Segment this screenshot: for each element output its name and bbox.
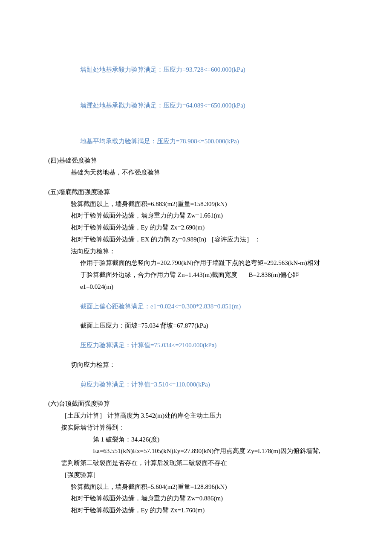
spacer <box>48 390 358 398</box>
section-5-title: (五)墙底截面强度验算 <box>48 186 358 198</box>
s6-line: Ea=63.551(kN)Ex=57.105(kN)Ey=27.890(kN)作… <box>93 445 358 457</box>
spacer <box>48 371 358 379</box>
s5-line: 相对于验算截面外边缘，Ey 的力臂 Zx=2.690(m) <box>71 222 358 234</box>
s5-check-shear: 剪应力验算满足：计算值=3.510<=110.000(kPa) <box>80 379 358 391</box>
s5-line: e1=0.024(m) <box>80 281 358 293</box>
spacer <box>48 147 358 155</box>
s5-line: 截面上压应力：面坡=75.034 背坡=67.877(kPa) <box>80 320 358 332</box>
s5-line: 相对于验算截面外边缘，EX 的力鹘 Zy=0.989(In) ［容许应力法］ ： <box>71 234 358 246</box>
s5-line: 验算截面以上，墙身截面积=6.883(m2)重量=158.309(kN) <box>71 198 358 210</box>
s4-line: 基础为天然地基，不作强度验算 <box>71 167 358 179</box>
check-avg: 地基平均承载力验算满足：压应力=78.908<=500.000(kPa) <box>80 136 358 148</box>
s5-line: 作用于验算截面的总竖向力=202.790(kN)作用于墙趾下点的总弯矩=292.… <box>80 257 358 269</box>
document-page: 墙趾处地基承毅力验算满足：压应力=93.728<=600.000(kPa) 墙踵… <box>48 64 358 517</box>
section-4-title: (四)基础强度验算 <box>48 155 358 167</box>
spacer <box>48 112 358 136</box>
s6-line: 按实际墙背计算得到： <box>61 422 358 434</box>
check-heel: 墙踵处地基承戳力验算满足：压应力=64.089<=650.000(kPa) <box>80 100 358 112</box>
s6-line: 相对于验算截面外边缘，Ey 的力臂 Zx=1.760(m) <box>71 505 358 517</box>
s5-line: 相对于验算截面外边缘，墙身重力的力臂 Zw=1.661(m) <box>71 210 358 222</box>
spacer <box>48 76 358 100</box>
spacer <box>48 179 358 186</box>
spacer <box>48 332 358 340</box>
spacer <box>48 312 358 320</box>
spacer <box>48 293 358 301</box>
s6-line: ［土压力计算］ 计算高度为 3.542(m)处的库仑主动土压力 <box>61 410 358 422</box>
s6-line: 相对于验算截面外边缘，墙身重力的力臂 Zw=0.886(m) <box>71 493 358 505</box>
spacer <box>48 352 358 359</box>
s5-line: 法向应力检算： <box>71 246 358 258</box>
s6-line: 第 1 破裂角：34.426(度) <box>93 434 358 446</box>
s5-line: 切向应力检算： <box>71 359 358 371</box>
section-6-title: (六)台顶截面强度验算 <box>48 398 358 410</box>
check-toe: 墙趾处地基承毅力验算满足：压应力=93.728<=600.000(kPa) <box>80 64 358 76</box>
s5-check-pressure: 压应力验算满足：计算值=75.034<=2100.000(kPa) <box>80 340 358 352</box>
s5-line: 于验算截面外边缘，合力作用力臂 Zn=1.443(m)截面宽度 B=2.838(… <box>80 269 358 281</box>
s5-check-eccentricity: 截面上偏心距验算满足：e1=0.024<=0.300*2.838=0.851(m… <box>80 301 358 313</box>
s6-line: 需判断第二破裂面是否存在，计算后发现第二破裂面不存在 <box>61 457 358 469</box>
s6-line: ［强度验算］ <box>61 469 358 481</box>
s6-line: 验算截面以上，墙身截面积=5.604(m2)重量=128.896(kN) <box>71 481 358 493</box>
